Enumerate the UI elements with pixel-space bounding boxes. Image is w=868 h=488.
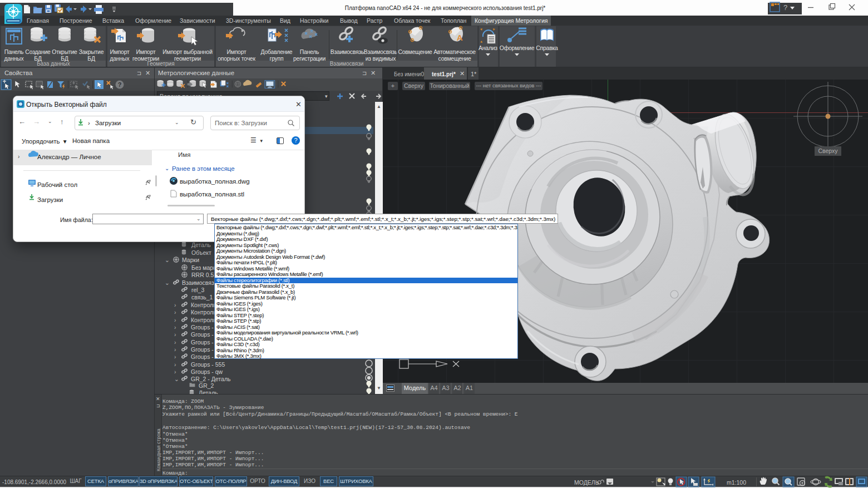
svg-text:БД: БД	[87, 56, 95, 62]
svg-text:опорных точек: опорных точек	[218, 56, 255, 62]
svg-text:Взаимосвязь: Взаимосвязь	[331, 49, 364, 55]
svg-text:из видимых: из видимых	[366, 56, 396, 62]
svg-text:Панель: Панель	[300, 49, 319, 55]
svg-text:?: ?	[783, 3, 787, 12]
svg-text:Импорт: Импорт	[136, 49, 156, 55]
svg-text:регистрации: регистрации	[293, 56, 326, 62]
svg-text:Панель: Панель	[4, 49, 24, 55]
svg-text:совмещение: совмещение	[438, 56, 471, 62]
svg-text:БД: БД	[34, 56, 42, 62]
svg-text:Совмещение: Совмещение	[398, 49, 432, 55]
svg-text:Добавление: Добавление	[261, 49, 293, 55]
svg-text:Импорт выбранной: Импорт выбранной	[162, 49, 213, 55]
svg-text:Закрытие: Закрытие	[79, 49, 104, 55]
svg-text:Открытие: Открытие	[52, 49, 77, 55]
svg-text:Оформление: Оформление	[500, 45, 535, 51]
svg-text:геометрии: геометрии	[132, 56, 159, 62]
svg-text:Создание: Создание	[25, 49, 51, 55]
svg-text:данных: данных	[4, 56, 24, 62]
svg-text:A: A	[457, 33, 463, 42]
svg-text:Справка: Справка	[536, 45, 558, 51]
svg-text:БД: БД	[61, 56, 68, 62]
svg-text:Взаимосвязь: Взаимосвязь	[364, 49, 397, 55]
svg-text:?: ?	[118, 81, 122, 88]
svg-text:групп: групп	[270, 56, 284, 62]
svg-text:геометрии: геометрии	[174, 56, 201, 62]
svg-text:Импорт: Импорт	[226, 49, 246, 55]
svg-text:данных: данных	[110, 56, 130, 62]
svg-text:Импорт: Импорт	[110, 49, 130, 55]
svg-text:Анализ: Анализ	[479, 45, 497, 51]
svg-text:Автоматическое: Автоматическое	[433, 49, 476, 55]
